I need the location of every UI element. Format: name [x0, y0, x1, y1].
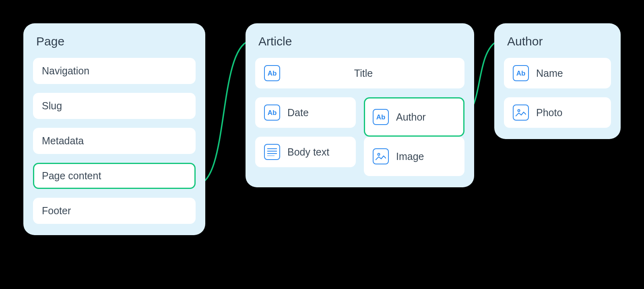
field-article-date: Ab Date: [255, 97, 356, 128]
field-article-image: Image: [364, 137, 464, 176]
field-article-body-label: Body text: [287, 146, 347, 158]
field-article-author-label: Author: [396, 111, 456, 123]
svg-point-4: [378, 154, 380, 156]
field-navigation: Navigation: [33, 58, 196, 84]
svg-point-5: [518, 110, 520, 112]
field-page-content-label: Page content: [42, 170, 187, 182]
body-text-icon: [264, 144, 280, 160]
text-icon: Ab: [513, 65, 529, 81]
card-page-title: Page: [36, 35, 196, 48]
field-author-photo-label: Photo: [536, 107, 602, 119]
card-article: Article Ab Title Ab Date Ab Author Body …: [246, 23, 474, 187]
field-slug-label: Slug: [42, 100, 187, 112]
field-article-date-label: Date: [287, 107, 347, 119]
card-author: Author Ab Name Photo: [494, 23, 621, 139]
card-article-title: Article: [258, 35, 464, 48]
field-metadata: Metadata: [33, 128, 196, 154]
text-icon: Ab: [373, 109, 389, 125]
card-page: Page Navigation Slug Metadata Page conte…: [23, 23, 205, 235]
field-article-body: Body text: [255, 137, 356, 167]
field-slug: Slug: [33, 93, 196, 119]
image-icon: [513, 105, 529, 121]
field-article-title: Ab Title: [255, 58, 464, 88]
field-navigation-label: Navigation: [42, 65, 187, 77]
card-author-title: Author: [507, 35, 611, 48]
field-article-author: Ab Author: [364, 97, 464, 137]
field-page-content: Page content: [33, 163, 196, 189]
field-article-image-label: Image: [396, 151, 456, 162]
image-icon: [373, 148, 389, 164]
field-footer-label: Footer: [42, 205, 187, 217]
field-metadata-label: Metadata: [42, 135, 187, 147]
field-author-name-label: Name: [536, 68, 602, 79]
field-article-title-label: Title: [287, 68, 456, 79]
field-author-photo: Photo: [504, 97, 611, 128]
text-icon: Ab: [264, 105, 280, 121]
field-footer: Footer: [33, 198, 196, 224]
text-icon: Ab: [264, 65, 280, 81]
field-author-name: Ab Name: [504, 58, 611, 88]
